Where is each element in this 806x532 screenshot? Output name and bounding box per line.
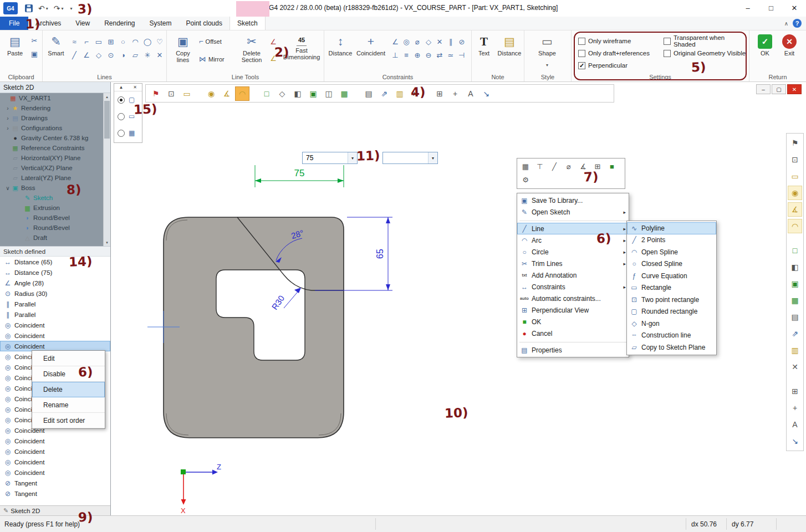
context-menu-item[interactable]: ╱ Line — [517, 223, 629, 234]
copy-button[interactable]: ▣ — [29, 48, 40, 59]
tree-item[interactable]: ∨ ▣ Boss — [0, 183, 110, 193]
feature-list-icon[interactable]: ▤ — [788, 310, 802, 324]
snap-angle-icon[interactable]: ∡ — [788, 202, 802, 217]
chevron-down-icon[interactable]: ▾ — [428, 152, 437, 163]
checkbox-icon[interactable] — [578, 62, 585, 69]
save-button[interactable] — [23, 2, 34, 14]
text-frame-icon[interactable]: A — [463, 86, 478, 101]
cylinder-icon[interactable]: ◫ — [322, 86, 336, 101]
pan-view-icon[interactable]: ↘ — [479, 86, 493, 101]
context-menu-item[interactable]: ◠ Arc — [517, 234, 629, 246]
pin-icon[interactable]: ⚑ — [149, 86, 163, 101]
text-note-button[interactable]: T Text — [473, 33, 495, 57]
settings-checkbox[interactable]: Only draft+references — [578, 47, 662, 59]
mesh-cube-icon[interactable]: ▦ — [788, 293, 802, 308]
feature-list-icon[interactable]: ▤ — [361, 86, 376, 101]
distance-constraint-button[interactable]: ↕ Distance — [328, 33, 353, 57]
tree-item[interactable]: ◗ Round/Bevel — [0, 223, 110, 233]
corner-line-icon[interactable]: ⌐ — [80, 35, 93, 48]
settings-checkbox[interactable]: Perpendicular — [578, 59, 662, 71]
submenu-item[interactable]: ∿ Polyline — [627, 222, 716, 234]
submenu-item[interactable]: ◇ N-gon — [627, 318, 716, 330]
menu-tab[interactable]: File — [0, 17, 28, 30]
panel-bottom-tab[interactable]: ✎ Sketch 2D — [0, 505, 110, 515]
doc-restore-button[interactable]: ▢ — [772, 84, 786, 94]
constraint-row[interactable]: ↔ Distance (75) — [0, 267, 110, 278]
transform-icon[interactable]: ⊡ — [164, 86, 178, 101]
smart-tool-button[interactable]: ✎ Smart — [45, 33, 67, 57]
panel-close-icon[interactable]: ✕ — [128, 84, 142, 91]
dim-text-icon[interactable]: ⊤ — [533, 160, 547, 173]
doc-minimize-button[interactable]: – — [756, 84, 771, 94]
arc-icon[interactable]: ◠ — [129, 35, 141, 48]
app-logo-icon[interactable]: G4 — [3, 2, 18, 14]
mirror-button[interactable]: ⋈ Mirror — [199, 55, 225, 63]
redo-button[interactable]: ↷▾ — [52, 2, 65, 14]
dimension-value-combo-2[interactable]: ▾ — [382, 152, 438, 164]
freeform-icon[interactable]: ♡ — [154, 35, 166, 48]
tree-item[interactable]: › ★ Rendering — [0, 103, 110, 113]
quick-access-more-button[interactable]: ▾ — [68, 2, 74, 14]
tree-item[interactable]: △ Draft — [0, 233, 110, 243]
checkbox-icon[interactable] — [664, 50, 671, 57]
polyline-icon[interactable]: ≈ — [68, 35, 80, 48]
constraint-row[interactable]: ⊙ Radius (30) — [0, 288, 110, 299]
tree-item[interactable]: ▱ Horizontal(XY) Plane — [0, 153, 110, 163]
context-menu-item[interactable]: ● Cancel — [517, 328, 629, 339]
symmetry-icon[interactable]: ◇ — [423, 35, 434, 48]
measure-ruler-icon[interactable]: ▭ — [180, 86, 194, 101]
delete-section-button[interactable]: ✂ Delete Section — [237, 33, 267, 63]
context-menu-item[interactable]: Rename — [32, 397, 105, 413]
constraint-row[interactable]: ↔ Distance (65) — [0, 257, 110, 267]
grid-snap-icon[interactable]: ⊞ — [788, 384, 802, 398]
view-mode-2[interactable]: ▭ — [114, 108, 142, 125]
view-mode-3[interactable]: ▦ — [114, 125, 142, 141]
constraint-row[interactable]: ⊘ Tangent — [0, 478, 110, 488]
pan-view-icon[interactable]: ↘ — [788, 434, 802, 448]
settings-checkbox[interactable]: Original Geometry Visible — [664, 47, 748, 59]
part-shape[interactable] — [164, 217, 344, 438]
perpendicular-icon[interactable]: ⊥ — [390, 48, 401, 62]
snap-tangent-icon[interactable]: ◠ — [788, 219, 802, 233]
erase-icon[interactable]: ✕ — [154, 48, 166, 62]
context-menu-item[interactable]: Disable — [32, 366, 105, 382]
distance-note-button[interactable]: ▤ Distance — [496, 33, 523, 57]
doc-close-button[interactable]: ✕ — [787, 84, 802, 94]
quarter-arc-icon[interactable]: ◑ — [117, 48, 129, 62]
dimension-value-input[interactable] — [303, 154, 348, 162]
paste-button[interactable]: ▤ Paste — [2, 33, 28, 57]
submenu-item[interactable]: ◠ Open Spline — [627, 246, 716, 258]
point-circle-icon[interactable]: ⊙ — [105, 48, 117, 62]
scroll-up-icon[interactable]: ▴ — [104, 93, 110, 100]
submenu-item[interactable]: ○ Closed Spline — [627, 258, 716, 270]
ellipse-icon[interactable]: ◯ — [141, 35, 154, 48]
extend-corner-button[interactable]: ∠ — [268, 53, 279, 64]
context-menu-item[interactable] — [519, 340, 626, 342]
angle-constraint-icon[interactable]: ∠ — [390, 35, 401, 48]
dimension-width[interactable]: 75 — [255, 165, 344, 187]
pin-icon[interactable]: ⚑ — [788, 136, 802, 150]
parallel-icon[interactable]: ∥ — [445, 35, 456, 48]
menu-tab[interactable]: System — [142, 17, 179, 30]
extrude-cube-icon[interactable]: □ — [788, 243, 802, 258]
context-menu-item[interactable]: ⊞ Perpendicular View — [517, 304, 629, 316]
export-icon[interactable]: ⇗ — [788, 326, 802, 341]
context-menu-item[interactable]: ■ OK — [517, 316, 629, 328]
concentric-icon[interactable]: ◎ — [401, 35, 412, 48]
constraint-row[interactable]: ⊘ Tangent — [0, 488, 110, 499]
tree-item[interactable]: › ▤ Configurations — [0, 123, 110, 133]
radio-icon[interactable] — [118, 130, 125, 137]
circle-icon[interactable]: ○ — [117, 35, 129, 48]
chevron-down-icon[interactable]: ▾ — [46, 6, 48, 11]
snap-center-icon[interactable]: ◉ — [204, 86, 218, 101]
constraint-row[interactable]: ◎ Coincident — [0, 457, 110, 467]
offset-button[interactable]: ⌐ Offset — [199, 37, 222, 45]
angle-draw-icon[interactable]: ∡ — [577, 160, 590, 173]
checkbox-icon[interactable] — [578, 50, 585, 57]
constraint-row[interactable]: ◎ Coincident — [0, 320, 110, 330]
context-menu-item[interactable] — [519, 219, 626, 221]
submenu-item[interactable]: ╌ Construction line — [627, 330, 716, 342]
ok-button[interactable]: ✓ OK — [754, 33, 776, 57]
radio-icon[interactable] — [118, 113, 125, 120]
help-button[interactable]: ? — [793, 19, 802, 28]
